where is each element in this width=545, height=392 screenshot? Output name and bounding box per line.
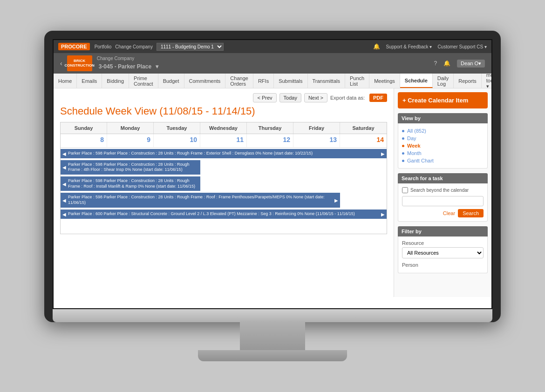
- view-month[interactable]: Month: [402, 149, 484, 157]
- events-grid: ◀ Parker Place : 598 Parker Place : Cons…: [61, 148, 387, 234]
- nav-transmittals[interactable]: Transmittals: [308, 74, 346, 88]
- customer-support-link[interactable]: Customer Support CS ▾: [437, 44, 487, 49]
- view-week-label: Week: [407, 143, 421, 149]
- day-header-wednesday: Wednesday: [200, 122, 247, 134]
- pdf-button[interactable]: PDF: [369, 94, 387, 102]
- arrow-right-4-icon: ▶: [334, 197, 338, 203]
- filter-section-header: Filter by: [398, 226, 488, 237]
- calendar-area: < Prev Today Next > Export data as: PDF …: [54, 88, 394, 297]
- company-logo-text: BRICKCONSTRUCTION: [64, 59, 94, 68]
- date-11: 11: [200, 134, 247, 147]
- view-gantt[interactable]: Gantt Chart: [402, 157, 484, 164]
- day-header-friday: Friday: [293, 122, 340, 134]
- next-button[interactable]: Next >: [304, 93, 327, 102]
- day-header-tuesday: Tuesday: [154, 122, 200, 134]
- nav-bidding[interactable]: Bidding: [102, 74, 129, 88]
- cal-toolbar: < Prev Today Next > Export data as: PDF: [60, 93, 387, 102]
- alert-bell-icon[interactable]: 🔔: [443, 60, 450, 67]
- user-menu[interactable]: Dean O▾: [457, 60, 485, 68]
- project-dropdown-arrow-icon[interactable]: ▾: [156, 63, 158, 70]
- nav-bar: Home Emails Bidding Prime Contract Budge…: [54, 74, 491, 88]
- project-dropdown[interactable]: 1111 - Budgeting Demo 1: [157, 43, 224, 51]
- nav-rfis[interactable]: RFIs: [253, 74, 274, 88]
- calendar-title: Schedule Week View (11/08/15 - 11/14/15): [60, 105, 387, 117]
- main-content: < Prev Today Next > Export data as: PDF …: [54, 88, 491, 297]
- calendar-header-row: Sunday Monday Tuesday Wednesday Thursday…: [61, 122, 387, 134]
- arrow-right-5-icon: ▶: [381, 211, 385, 217]
- monitor-wrap: PROCORE Portfolio Change Company 1111 - …: [0, 0, 545, 392]
- event-2[interactable]: ◀ Parker Place : 598 Parker Place : Cons…: [61, 160, 200, 175]
- view-day[interactable]: Day: [402, 135, 484, 142]
- event-4-text: Parker Place : 598 Parker Place : Constr…: [68, 195, 325, 205]
- view-all-label: All (852): [407, 128, 426, 134]
- nav-reports[interactable]: Reports: [454, 74, 482, 88]
- day-header-monday: Monday: [107, 122, 154, 134]
- search-input[interactable]: [402, 196, 484, 206]
- event-2-spacer: [200, 159, 387, 176]
- event-1[interactable]: ◀ Parker Place : 598 Parker Place : Cons…: [61, 149, 387, 158]
- nav-more-tools[interactable]: more tools ▾: [482, 74, 492, 88]
- search-button[interactable]: Search: [458, 209, 484, 217]
- nav-home[interactable]: Home: [54, 74, 77, 88]
- nav-submittals[interactable]: Submittals: [274, 74, 307, 88]
- event-4-spacer: [340, 192, 387, 208]
- nav-emails[interactable]: Emails: [77, 74, 102, 88]
- search-checkbox-row: Search beyond the calendar: [402, 187, 484, 193]
- monitor-outer: PROCORE Portfolio Change Company 1111 - …: [44, 31, 501, 361]
- nav-punch-list[interactable]: Punch List: [345, 74, 369, 88]
- view-all[interactable]: All (852): [402, 127, 484, 135]
- prev-button[interactable]: < Prev: [253, 93, 276, 102]
- company-logo: BRICKCONSTRUCTION: [67, 55, 92, 71]
- view-day-label: Day: [407, 135, 416, 141]
- top-bar-right: 🔔 Support & Feedback ▾ Customer Support …: [373, 43, 487, 50]
- today-button[interactable]: Today: [279, 93, 301, 102]
- top-bar-left: PROCORE Portfolio Change Company 1111 - …: [58, 43, 224, 51]
- date-12: 12: [247, 134, 293, 147]
- date-13: 13: [293, 134, 340, 147]
- procore-logo: PROCORE: [58, 43, 90, 50]
- search-section-body: Search beyond the calendar Clear Search: [398, 183, 488, 222]
- event-2-text: Parker Place : 598 Parker Place : Constr…: [68, 162, 190, 172]
- day-header-saturday: Saturday: [340, 122, 387, 134]
- date-8: 8: [61, 134, 107, 147]
- search-beyond-label: Search beyond the calendar: [410, 188, 469, 193]
- arrow-left-2-icon: ◀: [62, 164, 66, 170]
- monitor-stand-base: [198, 350, 347, 361]
- support-feedback-link[interactable]: Support & Feedback ▾: [386, 44, 432, 49]
- notification-bell-icon[interactable]: 🔔: [373, 43, 380, 50]
- event-3[interactable]: ◀ Parker Place : 598 Parker Place : Cons…: [61, 176, 200, 191]
- company-bar: ‹ BRICKCONSTRUCTION Change Company 3-045…: [54, 53, 491, 74]
- resource-select[interactable]: All Resources: [402, 247, 484, 258]
- search-actions: Clear Search: [402, 209, 484, 217]
- company-name-block: Change Company 3-045 - Parker Place ▾: [97, 56, 158, 71]
- nav-portfolio[interactable]: Portfolio: [95, 44, 112, 49]
- company-bar-left: ‹ BRICKCONSTRUCTION Change Company 3-045…: [60, 55, 158, 71]
- view-week[interactable]: Week: [402, 142, 484, 149]
- monitor-stand-neck: [240, 322, 305, 350]
- event-4[interactable]: ◀ Parker Place : 598 Parker Place : Cons…: [61, 193, 340, 207]
- clear-button[interactable]: Clear: [443, 209, 455, 217]
- monitor-stand-top: [53, 309, 492, 322]
- help-icon[interactable]: ?: [434, 60, 437, 67]
- date-14: 14: [340, 134, 387, 147]
- nav-change-company[interactable]: Change Company: [115, 44, 153, 49]
- nav-commitments[interactable]: Commitments: [184, 74, 226, 88]
- nav-budget[interactable]: Budget: [158, 74, 184, 88]
- nav-meetings[interactable]: Meetings: [369, 74, 400, 88]
- nav-schedule[interactable]: Schedule: [400, 74, 433, 88]
- view-all-dot-icon: [402, 130, 404, 132]
- day-header-sunday: Sunday: [61, 122, 107, 134]
- nav-prime-contract[interactable]: Prime Contract: [129, 74, 158, 88]
- event-1-text: Parker Place : 598 Parker Place : Constr…: [68, 151, 313, 155]
- calendar-grid: Sunday Monday Tuesday Wednesday Thursday…: [60, 122, 387, 234]
- company-bar-right: ? 🔔 Dean O▾: [434, 60, 485, 68]
- create-calendar-item-button[interactable]: Create Calendar Item: [398, 92, 488, 108]
- person-label: Person: [402, 262, 484, 268]
- nav-daily-log[interactable]: Daily Log: [433, 74, 454, 88]
- event-5[interactable]: ◀ Parker Place : 600 Parker Place : Stru…: [61, 210, 387, 219]
- event-5-text: Parker Place : 600 Parker Place : Struct…: [68, 211, 355, 216]
- back-arrow-icon[interactable]: ‹: [60, 60, 62, 67]
- event-3-text: Parker Place : 598 Parker Place : Constr…: [68, 178, 195, 189]
- nav-change-orders[interactable]: Change Orders: [225, 74, 253, 88]
- search-beyond-checkbox[interactable]: [402, 187, 408, 193]
